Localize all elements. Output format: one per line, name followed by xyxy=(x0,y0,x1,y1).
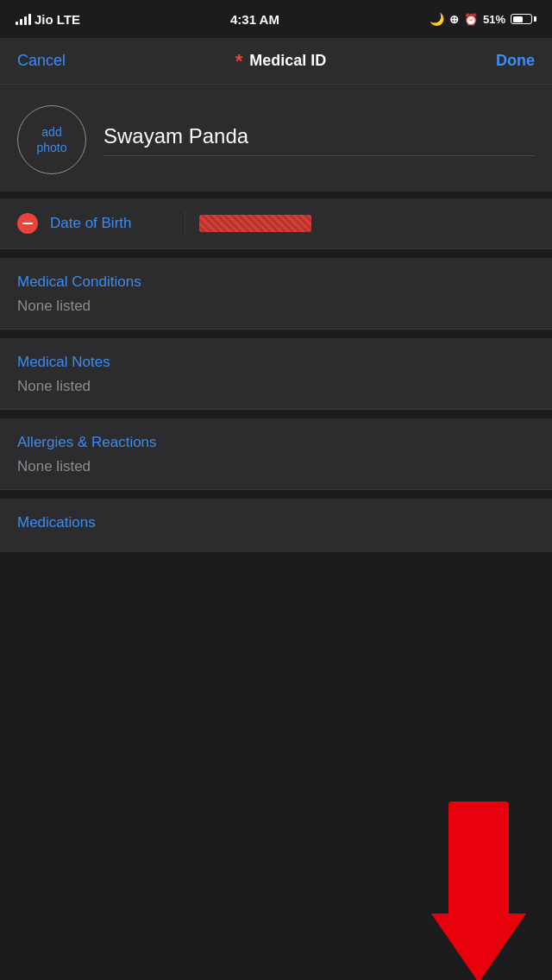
sections-wrapper: Medical Conditions None listed Medical N… xyxy=(0,258,552,552)
status-left: Jio LTE xyxy=(16,12,80,27)
add-photo-label: add photo xyxy=(36,124,66,155)
annotation-arrow xyxy=(431,801,526,980)
cancel-button[interactable]: Cancel xyxy=(17,52,66,70)
nav-title-text: Medical ID xyxy=(249,52,326,70)
medical-notes-value: None listed xyxy=(17,378,535,395)
dob-remove-button[interactable] xyxy=(17,213,38,234)
profile-section: add photo Swayam Panda xyxy=(0,85,552,192)
allergies-value: None listed xyxy=(17,458,535,475)
signal-bar-2 xyxy=(20,19,22,25)
signal-bar-3 xyxy=(24,16,27,25)
content-area: add photo Swayam Panda Date of Birth xyxy=(0,85,552,552)
battery-icon xyxy=(511,14,536,24)
medical-asterisk-icon: * xyxy=(235,50,243,72)
allergies-section: Allergies & Reactions None listed xyxy=(0,418,552,490)
medical-notes-title: Medical Notes xyxy=(17,354,535,371)
signal-bars xyxy=(16,13,31,25)
dob-redacted-value xyxy=(199,215,311,232)
arrow-shaft xyxy=(448,801,509,914)
network-type: LTE xyxy=(57,12,80,27)
carrier-name: Jio xyxy=(34,12,53,27)
form-section: Date of Birth xyxy=(0,198,552,249)
dob-label: Date of Birth xyxy=(50,215,171,232)
medical-conditions-section: Medical Conditions None listed xyxy=(0,258,552,330)
status-right: 🌙 ⊕ ⏰ 51% xyxy=(430,12,536,26)
location-icon: ⊕ xyxy=(449,13,459,26)
signal-bar-1 xyxy=(16,22,18,25)
status-bar: Jio LTE 4:31 AM 🌙 ⊕ ⏰ 51% xyxy=(0,0,552,38)
medications-title: Medications xyxy=(17,514,535,531)
allergies-title: Allergies & Reactions xyxy=(17,434,535,451)
dob-value[interactable] xyxy=(199,215,311,232)
minus-icon xyxy=(22,223,33,224)
medical-notes-section: Medical Notes None listed xyxy=(0,338,552,410)
arrow-head xyxy=(431,914,526,980)
medical-conditions-value: None listed xyxy=(17,298,535,315)
medications-section: Medications xyxy=(0,499,552,552)
nav-title: * Medical ID xyxy=(235,50,327,72)
add-photo-button[interactable]: add photo xyxy=(17,105,86,174)
alarm-icon: ⏰ xyxy=(464,13,478,26)
signal-bar-4 xyxy=(28,14,31,25)
moon-icon: 🌙 xyxy=(430,12,444,26)
nav-bar: Cancel * Medical ID Done xyxy=(0,38,552,85)
battery-percent: 51% xyxy=(483,13,505,26)
status-time: 4:31 AM xyxy=(230,12,279,27)
dob-divider xyxy=(185,210,185,236)
dob-row: Date of Birth xyxy=(0,198,552,249)
done-button[interactable]: Done xyxy=(496,52,535,70)
profile-name[interactable]: Swayam Panda xyxy=(104,124,535,156)
medical-conditions-title: Medical Conditions xyxy=(17,273,535,291)
